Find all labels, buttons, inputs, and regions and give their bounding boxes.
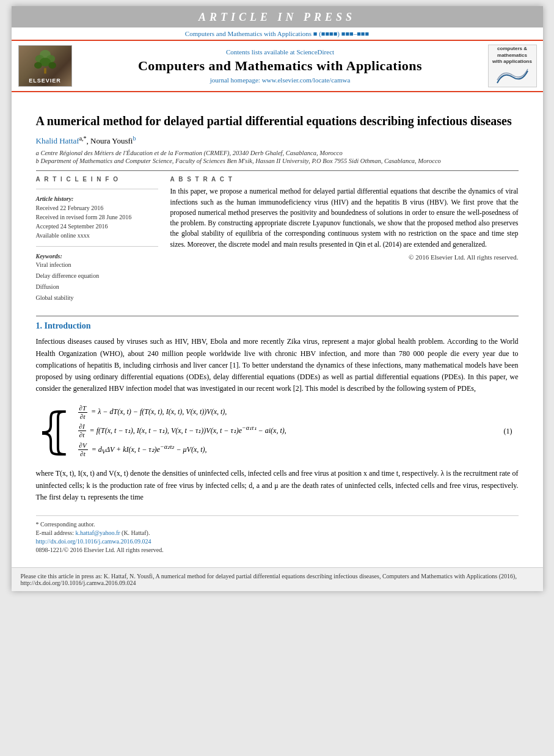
abstract-copyright: © 2016 Elsevier Ltd. All rights reserved… bbox=[170, 253, 519, 261]
keywords-list: Viral infection Delay difference equatio… bbox=[36, 260, 158, 303]
equation-brace: ⦃ bbox=[36, 409, 72, 453]
divider-1 bbox=[36, 170, 519, 171]
affiliation-b: b Department of Mathematics and Computer… bbox=[36, 158, 519, 164]
elsevier-logo bbox=[18, 45, 73, 87]
homepage-link[interactable]: www.elsevier.com/locate/camwa bbox=[262, 76, 351, 84]
svg-rect-6 bbox=[44, 68, 46, 74]
divider-2 bbox=[36, 316, 519, 316]
eq-text-1: = λ − dT(x, t) − f(T(x, t), I(x, t), V(x… bbox=[91, 403, 227, 421]
eq-frac-2: ∂I ∂t bbox=[78, 421, 86, 439]
equation-number: (1) bbox=[504, 427, 519, 436]
journal-title: Computers and Mathematics with Applicati… bbox=[85, 58, 476, 74]
keywords-section: Keywords: Viral infection Delay differen… bbox=[36, 253, 158, 303]
journal-center: Contents lists available at ScienceDirec… bbox=[79, 48, 482, 84]
svg-point-5 bbox=[48, 62, 56, 69]
eq-fraction-dT: ∂T ∂t bbox=[78, 404, 88, 421]
page: ARTICLE IN PRESS Computers and Mathemati… bbox=[12, 6, 543, 591]
affiliations: a Centre Régional des Métiers de l'Éduca… bbox=[36, 150, 519, 164]
elsevier-tree-svg bbox=[30, 49, 60, 76]
main-content: A numerical method for delayed partial d… bbox=[12, 92, 543, 561]
contents-line: Contents lists available at ScienceDirec… bbox=[85, 48, 476, 56]
history-label: Article history: bbox=[36, 195, 158, 202]
keyword-2: Delay difference equation bbox=[36, 271, 158, 282]
abstract-text: In this paper, we propose a numerical me… bbox=[170, 186, 519, 250]
aip-text: ARTICLE IN PRESS bbox=[199, 11, 355, 23]
accepted-date: Accepted 24 September 2016 bbox=[36, 222, 158, 231]
eq-frac-1: ∂T ∂t bbox=[78, 403, 88, 421]
journal-homepage: journal homepage: www.elsevier.com/locat… bbox=[85, 76, 476, 84]
keywords-label: Keywords: bbox=[36, 253, 158, 260]
received-revised: Received in revised form 28 June 2016 bbox=[36, 213, 158, 222]
authors-line: Khalid Hattafa,*, Noura Yousfib bbox=[36, 135, 519, 146]
article-info-label: A R T I C L E I N F O bbox=[36, 176, 158, 183]
eq-frac-3: ∂V ∂t bbox=[78, 441, 88, 459]
eq-text-2: = f(T(x, t − τ₁), I(x, t − τ₁), V(x, t −… bbox=[90, 421, 286, 440]
intro-paragraph-2: where T(x, t), I(x, t) and V(x, t) denot… bbox=[36, 468, 519, 503]
author-b-sup: b bbox=[133, 135, 136, 142]
journal-link[interactable]: Computers and Mathematics with Applicati… bbox=[185, 30, 313, 37]
journal-header: Contents lists available at ScienceDirec… bbox=[12, 40, 543, 92]
sciencedirect-link[interactable]: ScienceDirect bbox=[296, 48, 334, 56]
abstract-col: A B S T R A C T In this paper, we propos… bbox=[170, 176, 519, 308]
keyword-1: Viral infection bbox=[36, 260, 158, 271]
elsevier-logo-image bbox=[18, 45, 72, 87]
footnotes: * Corresponding author. E-mail address: … bbox=[36, 515, 519, 553]
svg-point-4 bbox=[34, 62, 42, 69]
received-date: Received 22 February 2016 bbox=[36, 203, 158, 213]
journal-logo-right: computers &mathematicswith applications bbox=[488, 45, 537, 87]
eq-fraction-dI: ∂I ∂t bbox=[78, 423, 86, 439]
affiliation-a: a Centre Régional des Métiers de l'Éduca… bbox=[36, 150, 519, 156]
author-a-sup: a,* bbox=[79, 135, 87, 142]
journal-logo-title: computers &mathematicswith applications bbox=[492, 46, 532, 65]
doi-link[interactable]: http://dx.doi.org/10.1016/j.camwa.2016.0… bbox=[36, 538, 151, 545]
eq-row-3: ∂V ∂t = dVΔV + kI(x, t − τ₂)e−α₂τ₂ − μV(… bbox=[78, 440, 504, 459]
footnote-email-link[interactable]: k.hattaf@yahoo.fr bbox=[75, 529, 120, 536]
intro-paragraph-1: Infectious diseases caused by viruses su… bbox=[36, 336, 519, 394]
divider-info-mid bbox=[36, 246, 158, 247]
equation-block: ⦃ ∂T ∂t = λ − dT(x, t) − f(T(x, t), I(x,… bbox=[36, 403, 519, 459]
footnote-email: E-mail address: k.hattaf@yahoo.fr (K. Ha… bbox=[36, 529, 519, 536]
journal-link-bar: Computers and Mathematics with Applicati… bbox=[12, 27, 543, 40]
article-info-col: A R T I C L E I N F O Article history: R… bbox=[36, 176, 158, 308]
citation-bar: Please cite this article in press as: K.… bbox=[12, 567, 543, 591]
available-online: Available online xxxx bbox=[36, 231, 158, 240]
two-col-section: A R T I C L E I N F O Article history: R… bbox=[36, 176, 519, 308]
author-hattaf[interactable]: Khalid Hattaf bbox=[36, 136, 79, 145]
intro-heading: 1. Introduction bbox=[36, 321, 519, 331]
article-history: Article history: Received 22 February 20… bbox=[36, 195, 158, 240]
footnote-corresponding: * Corresponding author. bbox=[36, 521, 519, 528]
equation-system: ∂T ∂t = λ − dT(x, t) − f(T(x, t), I(x, t… bbox=[78, 403, 504, 459]
aip-banner: ARTICLE IN PRESS bbox=[12, 6, 543, 27]
journal-logo-wave bbox=[494, 68, 531, 86]
article-title: A numerical method for delayed partial d… bbox=[36, 113, 519, 129]
keyword-4: Global stability bbox=[36, 293, 158, 303]
eq-row-1: ∂T ∂t = λ − dT(x, t) − f(T(x, t), I(x, t… bbox=[78, 403, 504, 421]
eq-row-2: ∂I ∂t = f(T(x, t − τ₁), I(x, t − τ₁), V(… bbox=[78, 421, 504, 440]
issn-line: 0898-1221/© 2016 Elsevier Ltd. All right… bbox=[36, 547, 519, 553]
introduction-section: 1. Introduction Infectious diseases caus… bbox=[36, 321, 519, 503]
abstract-label: A B S T R A C T bbox=[170, 176, 519, 183]
keyword-3: Diffusion bbox=[36, 282, 158, 293]
eq-text-3: = dVΔV + kI(x, t − τ₂)e−α₂τ₂ − μV(x, t), bbox=[92, 440, 207, 459]
eq-fraction-dV: ∂V ∂t bbox=[78, 442, 88, 458]
divider-info-top bbox=[36, 189, 158, 189]
